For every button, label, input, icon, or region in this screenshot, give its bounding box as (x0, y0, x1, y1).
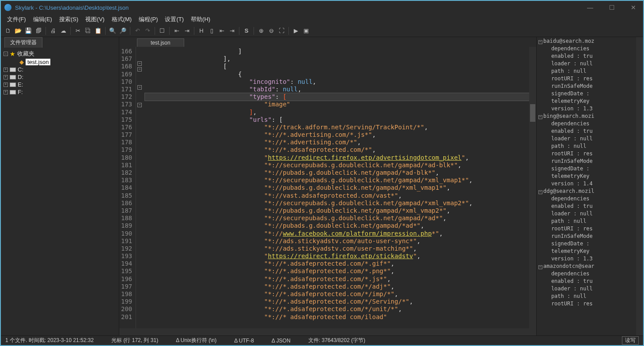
doc-icon[interactable]: ▯ (207, 26, 216, 35)
outdent-icon[interactable]: ⇤ (217, 26, 226, 35)
cut-icon[interactable]: ✂ (73, 26, 82, 35)
outline-item[interactable]: enabled : tru (538, 278, 636, 286)
tree-drive[interactable]: +E: (4, 81, 116, 88)
new-file-icon[interactable]: 🗋 (4, 26, 12, 35)
tree-file-testjson[interactable]: ◆ test.json (4, 58, 116, 66)
save-icon[interactable]: 💾 (24, 26, 33, 35)
outline-item[interactable]: path : null (538, 218, 636, 226)
outline-item[interactable]: loader : null (538, 60, 636, 68)
outline-item[interactable]: version : 1.3 (538, 256, 636, 263)
save-all-icon[interactable]: 🗐 (34, 26, 43, 35)
outline-item[interactable]: dependencies (538, 120, 636, 128)
status-encoding[interactable]: Δ UTF-8 (234, 338, 254, 344)
terminal-icon[interactable]: ▣ (302, 26, 311, 35)
code-editor[interactable]: ] ], [ { "incognito": null, "tabId": nul… (143, 47, 529, 328)
zoom-out-icon[interactable]: ⊖ (267, 26, 276, 35)
menu-item[interactable]: 设置(T) (161, 15, 187, 24)
collapse-icon[interactable]: − (538, 265, 542, 269)
outline-item[interactable]: dependencies (538, 45, 636, 53)
close-button[interactable]: ✕ (627, 3, 640, 12)
collapse-icon[interactable]: − (4, 52, 8, 56)
menu-item[interactable]: 文件(F) (4, 15, 30, 24)
zoom-in-icon[interactable]: ⊕ (257, 26, 265, 35)
collapse-icon[interactable]: − (538, 40, 542, 44)
sidebar-tab-file-manager[interactable]: 文件管理器 (4, 37, 42, 48)
outline-panel[interactable]: −baidu@search.moz dependencies enabled :… (536, 37, 636, 335)
outline-item[interactable]: runInSafeMode (538, 233, 636, 241)
snippet-icon[interactable]: S (242, 26, 251, 35)
redo-icon[interactable]: ↷ (143, 26, 152, 35)
outline-item[interactable]: signedDate : (538, 241, 636, 248)
expand-icon[interactable]: + (4, 90, 8, 94)
tree-drive[interactable]: +D: (4, 73, 116, 81)
fullscreen-icon[interactable]: ⛶ (277, 26, 286, 35)
menu-item[interactable]: 视图(V) (82, 15, 108, 24)
nav-back-icon[interactable]: ⇤ (172, 26, 181, 35)
outline-item[interactable]: version : 1.4 (538, 181, 636, 188)
outline-item[interactable]: enabled : tru (538, 53, 636, 60)
tab-testjson[interactable]: test.json (137, 38, 184, 47)
outline-item[interactable]: path : null (538, 293, 636, 301)
outline-item[interactable]: rootURI : res (538, 226, 636, 233)
fold-column[interactable]: −−−− (136, 47, 143, 328)
expand-icon[interactable]: + (4, 68, 8, 72)
menu-item[interactable]: 编辑(E) (30, 15, 56, 24)
maximize-button[interactable]: ☐ (606, 3, 618, 12)
menu-item[interactable]: 帮助(H) (187, 15, 214, 24)
replace-icon[interactable]: 🔎 (118, 26, 127, 35)
copy-icon[interactable]: ⿻ (83, 26, 92, 35)
menu-item[interactable]: 编程(P) (135, 15, 161, 24)
outline-item[interactable]: telemetryKey (538, 248, 636, 256)
run-icon[interactable]: ▶ (292, 26, 300, 35)
outline-item[interactable]: version : 1.3 (538, 105, 636, 113)
outline-item[interactable]: rootURI : res (538, 150, 636, 158)
menu-item[interactable]: 搜索(S) (56, 15, 82, 24)
open-file-icon[interactable]: 📂 (14, 26, 23, 35)
header-icon[interactable]: H (197, 26, 206, 35)
status-readwrite[interactable]: 读写 (622, 336, 639, 345)
collapse-icon[interactable]: − (538, 115, 542, 119)
collapse-icon[interactable]: − (538, 190, 542, 194)
expand-icon[interactable]: + (4, 83, 8, 87)
outline-item[interactable]: signedDate : (538, 165, 636, 173)
outline-scrollbar[interactable] (636, 37, 643, 335)
outline-item[interactable]: rootURI : res (538, 301, 636, 308)
outline-item[interactable]: dependencies (538, 196, 636, 203)
outline-item[interactable]: loader : null (538, 135, 636, 143)
indent-icon[interactable]: ⇥ (227, 26, 236, 35)
nav-fwd-icon[interactable]: ⇥ (182, 26, 191, 35)
outline-item[interactable]: runInSafeMode (538, 158, 636, 165)
outline-item[interactable]: path : null (538, 143, 636, 150)
outline-item[interactable]: signedDate : (538, 90, 636, 98)
outline-item[interactable]: loader : null (538, 211, 636, 218)
menu-item[interactable]: 格式(M) (108, 15, 136, 24)
paste-icon[interactable]: 📋 (94, 26, 102, 35)
outline-item[interactable]: −amazondotcn@sear (538, 263, 636, 271)
outline-item[interactable]: path : null (538, 68, 636, 75)
status-language[interactable]: Δ JSON (272, 338, 291, 344)
bookmark-icon[interactable]: ☐ (158, 26, 167, 35)
cloud-icon[interactable]: ☁ (59, 26, 68, 35)
outline-item[interactable]: dependencies (538, 271, 636, 278)
horizontal-scrollbar[interactable] (119, 328, 536, 335)
outline-item[interactable]: −baidu@search.moz (538, 38, 636, 45)
outline-item[interactable]: −bing@search.mozi (538, 113, 636, 120)
tree-drive[interactable]: +C: (4, 66, 116, 73)
outline-item[interactable]: rootURI : res (538, 75, 636, 83)
tree-drive[interactable]: +F: (4, 88, 116, 96)
outline-item[interactable]: −ddg@search.mozil (538, 188, 636, 196)
outline-item[interactable]: loader : null (538, 286, 636, 293)
tree-favorites[interactable]: − ★ 收藏夹 (4, 49, 116, 58)
vertical-scrollbar[interactable] (529, 47, 536, 328)
outline-item[interactable]: telemetryKey (538, 173, 636, 181)
outline-item[interactable]: telemetryKey (538, 98, 636, 105)
minimize-button[interactable]: — (583, 3, 597, 12)
status-eol[interactable]: Δ Unix换行符 (\n) (176, 337, 216, 344)
expand-icon[interactable]: + (4, 75, 8, 79)
outline-item[interactable]: enabled : tru (538, 128, 636, 135)
find-icon[interactable]: 🔍 (108, 26, 117, 35)
undo-icon[interactable]: ↶ (133, 26, 142, 35)
outline-item[interactable]: enabled : tru (538, 203, 636, 211)
outline-item[interactable]: runInSafeMode (538, 83, 636, 90)
print-icon[interactable]: 🖨 (49, 26, 57, 35)
